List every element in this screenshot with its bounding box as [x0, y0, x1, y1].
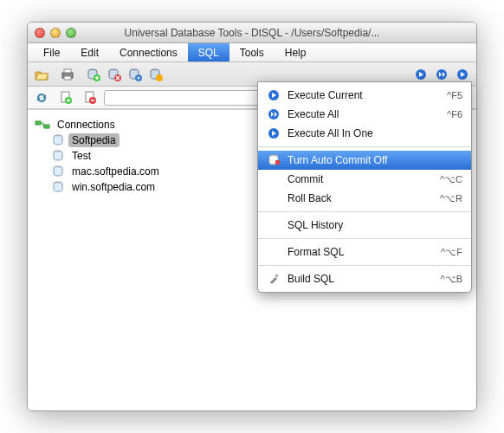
menu-item-label: Execute All [288, 108, 440, 120]
svg-rect-1 [64, 69, 71, 73]
menu-item-label: Execute Current [288, 89, 440, 101]
menu-file[interactable]: File [33, 43, 70, 61]
database-icon [52, 165, 65, 178]
window-close-button[interactable] [35, 28, 45, 38]
menu-item-label: Roll Back [288, 192, 433, 204]
del-doc-icon[interactable] [80, 88, 100, 107]
connections-icon [35, 119, 50, 131]
tree-root-label: Connections [54, 118, 119, 132]
menu-edit[interactable]: Edit [70, 43, 109, 61]
window-zoom-button[interactable] [66, 28, 76, 38]
menu-execute-allinone[interactable]: Execute All In One [258, 124, 471, 143]
database-icon [52, 134, 65, 146]
menu-item-label: Turn Auto Commit Off [288, 154, 456, 166]
menu-item-label: SQL History [288, 219, 456, 231]
svg-point-11 [156, 74, 163, 81]
svg-rect-29 [275, 160, 280, 165]
menu-sql[interactable]: SQL [188, 43, 229, 61]
db-commit-icon [267, 153, 281, 167]
menu-execute-current[interactable]: Execute Current ^F5 [258, 86, 471, 105]
menu-format-sql[interactable]: Format SQL ^⌥F [258, 242, 471, 262]
build-icon [267, 272, 281, 286]
menu-help[interactable]: Help [275, 43, 317, 61]
menu-item-accel: ^F5 [447, 90, 462, 100]
titlebar: Universal Database Tools - DtSQL - /User… [28, 23, 476, 43]
menu-item-accel: ^⌥B [441, 274, 463, 285]
new-doc-icon[interactable] [55, 88, 76, 107]
rollback-icon [267, 191, 281, 205]
menu-build-sql[interactable]: Build SQL ^⌥B [258, 269, 471, 288]
sql-menu-dropdown: Execute Current ^F5 Execute All ^F6 Exec… [257, 81, 472, 293]
menu-separator [258, 211, 471, 212]
menu-commit[interactable]: Commit ^⌥C [258, 170, 471, 189]
menu-rollback[interactable]: Roll Back ^⌥R [258, 189, 471, 208]
menu-item-label: Build SQL [288, 273, 434, 285]
db-remove-icon[interactable] [104, 65, 125, 84]
menu-item-label: Format SQL [288, 246, 434, 258]
menu-separator [258, 265, 471, 266]
window-title: Universal Database Tools - DtSQL - /User… [28, 27, 476, 39]
menu-separator [258, 238, 471, 239]
svg-rect-19 [36, 121, 41, 125]
menu-item-accel: ^⌥R [440, 193, 462, 204]
refresh-icon[interactable] [31, 88, 52, 107]
menu-item-label: Execute All In One [288, 127, 456, 139]
svg-rect-9 [138, 77, 139, 79]
svg-rect-2 [64, 76, 71, 80]
menubar: File Edit Connections SQL Tools Help [28, 43, 476, 62]
play-all-icon [267, 107, 281, 121]
menu-item-accel: ^F6 [447, 109, 462, 120]
menu-execute-all[interactable]: Execute All ^F6 [258, 105, 471, 124]
menu-item-accel: ^⌥F [441, 247, 462, 258]
print-icon[interactable] [57, 65, 78, 84]
tree-item-label: Test [68, 149, 94, 163]
svg-rect-30 [275, 275, 278, 277]
db-dup-icon[interactable] [145, 65, 166, 84]
database-icon [52, 150, 65, 162]
menu-item-label: Commit [288, 173, 433, 185]
window-minimize-button[interactable] [50, 28, 61, 38]
menu-connections[interactable]: Connections [109, 43, 188, 61]
menu-tools[interactable]: Tools [229, 43, 275, 61]
db-add-icon[interactable] [83, 65, 104, 84]
svg-rect-20 [44, 125, 49, 128]
database-icon [52, 181, 65, 193]
format-icon [267, 245, 281, 259]
play-one-icon [267, 126, 281, 140]
tree-item-label: mac.softpedia.com [68, 165, 163, 178]
play-icon [267, 88, 281, 102]
menu-sql-history[interactable]: SQL History [258, 216, 471, 235]
open-icon[interactable] [31, 65, 52, 84]
tree-item-label: win.softpedia.com [68, 180, 158, 194]
menu-item-accel: ^⌥C [440, 174, 462, 185]
tree-item-label: Softpedia [68, 133, 120, 147]
commit-icon [267, 172, 281, 186]
menu-separator [258, 146, 471, 147]
history-icon [267, 218, 281, 232]
db-edit-icon[interactable] [125, 65, 145, 84]
menu-auto-commit[interactable]: Turn Auto Commit Off [258, 151, 471, 170]
